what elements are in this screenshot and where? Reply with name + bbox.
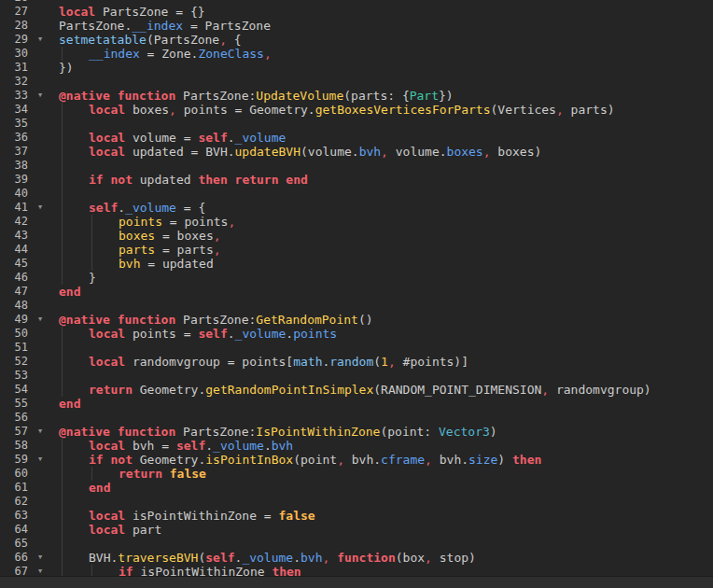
- code-line[interactable]: 27local PartsZone = {}: [0, 5, 713, 19]
- line-number[interactable]: 58: [0, 439, 28, 453]
- line-number[interactable]: 30: [0, 47, 28, 61]
- code-text[interactable]: [52, 537, 89, 551]
- code-line[interactable]: 38: [0, 159, 713, 173]
- code-line[interactable]: 35: [0, 117, 713, 131]
- line-number[interactable]: 40: [0, 187, 28, 201]
- code-text[interactable]: @native function PartsZone:UpdateVolume(…: [52, 89, 454, 103]
- line-number[interactable]: 32: [0, 75, 28, 89]
- code-line[interactable]: 47end: [0, 285, 713, 299]
- line-number[interactable]: 59: [0, 453, 28, 467]
- code-line[interactable]: 33▼@native function PartsZone:UpdateVolu…: [0, 89, 713, 103]
- line-number[interactable]: 62: [0, 495, 28, 509]
- code-text[interactable]: }: [52, 271, 96, 285]
- code-line[interactable]: 28PartsZone.__index = PartsZone: [0, 19, 713, 33]
- code-line[interactable]: 45bvh = updated: [0, 257, 713, 271]
- line-number[interactable]: 41: [0, 201, 28, 215]
- code-text[interactable]: if not updated then return end: [52, 173, 308, 187]
- code-line[interactable]: 41▼self._volume = {: [0, 201, 713, 215]
- line-number[interactable]: 28: [0, 19, 28, 33]
- code-text[interactable]: }): [52, 61, 74, 75]
- line-number[interactable]: 66: [0, 551, 28, 565]
- line-number[interactable]: 55: [0, 397, 28, 411]
- code-text[interactable]: local points = self._volume.points: [52, 327, 337, 341]
- code-line[interactable]: 53: [0, 369, 713, 383]
- code-text[interactable]: @native function PartsZone:IsPointWithin…: [52, 425, 497, 439]
- line-number[interactable]: 51: [0, 341, 28, 355]
- code-line[interactable]: 62: [0, 495, 713, 509]
- code-line[interactable]: 48: [0, 299, 713, 313]
- fold-arrow-icon[interactable]: ▼: [28, 33, 52, 47]
- line-number[interactable]: 45: [0, 257, 28, 271]
- code-line[interactable]: 57▼@native function PartsZone:IsPointWit…: [0, 425, 713, 439]
- code-line[interactable]: 65: [0, 537, 713, 551]
- code-line[interactable]: 43boxes = boxes,: [0, 229, 713, 243]
- code-line[interactable]: 58local bvh = self._volume.bvh: [0, 439, 713, 453]
- code-line[interactable]: 54return Geometry.getRandomPointInSimple…: [0, 383, 713, 397]
- line-number[interactable]: 27: [0, 5, 28, 19]
- code-line[interactable]: 64local part: [0, 523, 713, 537]
- code-text[interactable]: local randomvgroup = points[math.random(…: [52, 355, 468, 369]
- code-line[interactable]: 37local updated = BVH.updateBVH(volume.b…: [0, 145, 713, 159]
- line-number[interactable]: 64: [0, 523, 28, 537]
- fold-arrow-icon[interactable]: ▼: [28, 425, 52, 439]
- code-text[interactable]: @native function PartsZone:GetRandomPoin…: [52, 313, 373, 327]
- code-text[interactable]: local boxes, points = Geometry.getBoxesV…: [52, 103, 615, 117]
- code-line[interactable]: 29▼setmetatable(PartsZone, {: [0, 33, 713, 47]
- code-area[interactable]: 2627local PartsZone = {}28PartsZone.__in…: [0, 0, 713, 579]
- code-text[interactable]: [52, 117, 89, 131]
- script-editor[interactable]: 2627local PartsZone = {}28PartsZone.__in…: [0, 0, 713, 588]
- code-line[interactable]: 32: [0, 75, 713, 89]
- code-text[interactable]: [52, 341, 89, 355]
- code-line[interactable]: 39if not updated then return end: [0, 173, 713, 187]
- line-number[interactable]: 48: [0, 299, 28, 313]
- horizontal-scrollbar-track[interactable]: [0, 576, 713, 588]
- line-number[interactable]: 39: [0, 173, 28, 187]
- code-text[interactable]: [52, 411, 59, 425]
- code-text[interactable]: end: [52, 397, 80, 411]
- line-number[interactable]: 44: [0, 243, 28, 257]
- line-number[interactable]: 49: [0, 313, 28, 327]
- line-number[interactable]: 33: [0, 89, 28, 103]
- fold-arrow-icon[interactable]: ▼: [28, 89, 52, 103]
- line-number[interactable]: 38: [0, 159, 28, 173]
- line-number[interactable]: 37: [0, 145, 28, 159]
- line-number[interactable]: 34: [0, 103, 28, 117]
- code-line[interactable]: 42points = points,: [0, 215, 713, 229]
- code-line[interactable]: 66▼BVH.traverseBVH(self._volume.bvh, fun…: [0, 551, 713, 565]
- line-number[interactable]: 29: [0, 33, 28, 47]
- code-text[interactable]: [52, 369, 89, 383]
- fold-arrow-icon[interactable]: ▼: [28, 201, 52, 215]
- code-line[interactable]: 59▼if not Geometry.isPointInBox(point, b…: [0, 453, 713, 467]
- code-text[interactable]: points = points,: [52, 215, 235, 229]
- line-number[interactable]: 42: [0, 215, 28, 229]
- code-line[interactable]: 61end: [0, 481, 713, 495]
- code-line[interactable]: 56: [0, 411, 713, 425]
- code-line[interactable]: 55end: [0, 397, 713, 411]
- code-text[interactable]: boxes = boxes,: [52, 229, 221, 243]
- code-text[interactable]: local isPointWithinZone = false: [52, 509, 315, 523]
- fold-arrow-icon[interactable]: ▼: [28, 551, 52, 565]
- code-text[interactable]: if not Geometry.isPointInBox(point, bvh.…: [52, 453, 541, 467]
- code-text[interactable]: local bvh = self._volume.bvh: [52, 439, 293, 453]
- code-line[interactable]: 52local randomvgroup = points[math.rando…: [0, 355, 713, 369]
- line-number[interactable]: 43: [0, 229, 28, 243]
- code-text[interactable]: local updated = BVH.updateBVH(volume.bvh…: [52, 145, 541, 159]
- code-line[interactable]: 50local points = self._volume.points: [0, 327, 713, 341]
- code-text[interactable]: BVH.traverseBVH(self._volume.bvh, functi…: [52, 551, 476, 565]
- line-number[interactable]: 63: [0, 509, 28, 523]
- fold-arrow-icon[interactable]: ▼: [28, 313, 52, 327]
- line-number[interactable]: 61: [0, 481, 28, 495]
- line-number[interactable]: 65: [0, 537, 28, 551]
- code-text[interactable]: end: [52, 285, 80, 299]
- code-text[interactable]: bvh = updated: [52, 257, 214, 271]
- code-line[interactable]: 49▼@native function PartsZone:GetRandomP…: [0, 313, 713, 327]
- fold-arrow-icon[interactable]: ▼: [28, 453, 52, 467]
- code-text[interactable]: return false: [52, 467, 206, 481]
- code-text[interactable]: local PartsZone = {}: [52, 5, 205, 19]
- code-line[interactable]: 34local boxes, points = Geometry.getBoxe…: [0, 103, 713, 117]
- code-line[interactable]: 60return false: [0, 467, 713, 481]
- code-text[interactable]: [52, 75, 59, 89]
- code-text[interactable]: parts = parts,: [52, 243, 221, 257]
- line-number[interactable]: 36: [0, 131, 28, 145]
- line-number[interactable]: 60: [0, 467, 28, 481]
